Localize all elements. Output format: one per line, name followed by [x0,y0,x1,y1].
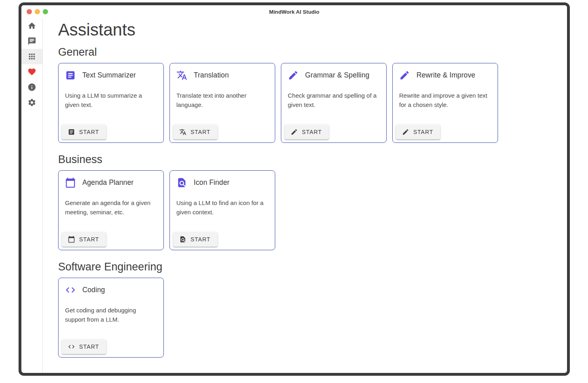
section-software-engineering: Software EngineeringCodingGet coding and… [58,260,567,358]
section-title: General [58,45,567,59]
calendar-icon [68,236,75,243]
edit-icon [402,128,409,136]
start-button[interactable]: START [396,125,440,139]
card-description: Using a LLM to find an icon for a given … [170,199,275,217]
assistant-card-text-summarizer: Text SummarizerUsing a LLM to summarize … [58,63,164,143]
card-title: Grammar & Spelling [305,71,369,80]
title-bar: MindWork AI Studio [21,5,567,18]
assistant-card-translation: TranslationTranslate text into another l… [169,63,275,143]
start-button-label: START [190,129,211,135]
sidebar-item-assistants[interactable] [21,49,42,64]
sidebar [21,18,43,373]
card-description: Generate an agenda for a given meeting, … [59,199,163,217]
edit-icon [288,70,299,81]
card-title: Rewrite & Improve [416,71,475,80]
card-description: Using a LLM to summarize a given text. [59,91,163,109]
card-actions: START [173,125,218,139]
assistant-card-rewrite-improve: Rewrite & ImproveRewrite and improve a g… [392,63,498,143]
sidebar-item-home[interactable] [21,18,42,33]
article-icon [68,128,75,136]
card-actions: START [62,125,106,139]
section-title: Business [58,153,567,166]
start-button-label: START [79,343,99,350]
start-button[interactable]: START [62,339,106,354]
card-header: Grammar & Spelling [281,63,386,81]
start-button-label: START [413,129,433,135]
window-title: MindWork AI Studio [269,9,320,15]
page-title: Assistants [58,20,567,40]
assistant-card-icon-finder: Icon FinderUsing a LLM to find an icon f… [169,170,275,250]
card-actions: START [396,125,440,139]
info-icon [27,83,36,92]
sidebar-item-about[interactable] [21,80,42,95]
code-icon [68,343,75,350]
assistant-card-coding: CodingGet coding and debugging support f… [58,278,164,358]
assistant-card-grammar-spelling: Grammar & SpellingCheck grammar and spel… [281,63,387,143]
find-in-page-icon [179,236,186,243]
card-row: Text SummarizerUsing a LLM to summarize … [58,63,567,143]
card-description: Translate text into another language. [170,91,275,109]
card-title: Translation [194,71,229,80]
heart-icon [27,67,36,76]
card-actions: START [173,232,218,247]
assistant-card-agenda-planner: Agenda PlannerGenerate an agenda for a g… [58,170,164,250]
start-button[interactable]: START [285,125,329,139]
article-icon [65,70,76,81]
card-title: Icon Finder [194,178,230,187]
card-actions: START [62,232,106,247]
start-button-label: START [190,236,211,243]
start-button-label: START [79,236,99,243]
sidebar-item-chats[interactable] [21,33,42,49]
start-button[interactable]: START [62,125,106,139]
sidebar-item-favorites[interactable] [21,64,42,80]
translate-icon [176,70,187,81]
card-header: Translation [170,63,275,81]
card-description: Rewrite and improve a given text for a c… [393,91,498,109]
card-actions: START [285,125,329,139]
app-body: Assistants GeneralText SummarizerUsing a… [21,18,567,373]
card-title: Coding [82,286,105,294]
chat-icon [27,37,36,46]
edit-icon [291,128,298,136]
card-header: Coding [59,278,163,295]
code-icon [65,285,76,295]
card-header: Agenda Planner [59,171,163,188]
card-row: CodingGet coding and debugging support f… [58,278,567,358]
card-title: Text Summarizer [82,71,136,80]
card-description: Check grammar and spelling of a given te… [281,91,386,109]
zoom-button[interactable] [43,9,48,15]
start-button-label: START [79,129,99,135]
translate-icon [179,128,186,136]
section-title: Software Engineering [58,260,567,274]
section-general: GeneralText SummarizerUsing a LLM to sum… [58,45,567,143]
calendar-icon [65,177,76,188]
app-window: MindWork AI Studio Assistants GeneralTex… [19,2,570,376]
card-header: Text Summarizer [59,63,163,81]
start-button[interactable]: START [62,232,106,247]
card-row: Agenda PlannerGenerate an agenda for a g… [58,170,567,250]
section-business: BusinessAgenda PlannerGenerate an agenda… [58,153,567,250]
start-button-label: START [302,129,322,135]
start-button[interactable]: START [173,125,218,139]
card-header: Icon Finder [170,171,275,188]
window-controls [27,9,48,15]
close-button[interactable] [27,9,32,15]
sidebar-item-settings[interactable] [21,95,42,110]
minimize-button[interactable] [35,9,40,15]
find-in-page-icon [176,177,187,188]
card-title: Agenda Planner [82,178,134,187]
apps-icon [27,52,36,61]
sections-container: GeneralText SummarizerUsing a LLM to sum… [58,45,567,358]
settings-icon [27,98,36,107]
card-description: Get coding and debugging support from a … [59,306,163,324]
main-content: Assistants GeneralText SummarizerUsing a… [43,18,567,373]
home-icon [27,21,36,30]
card-header: Rewrite & Improve [393,63,498,81]
start-button[interactable]: START [173,232,218,247]
card-actions: START [62,339,106,354]
edit-icon [399,70,410,81]
